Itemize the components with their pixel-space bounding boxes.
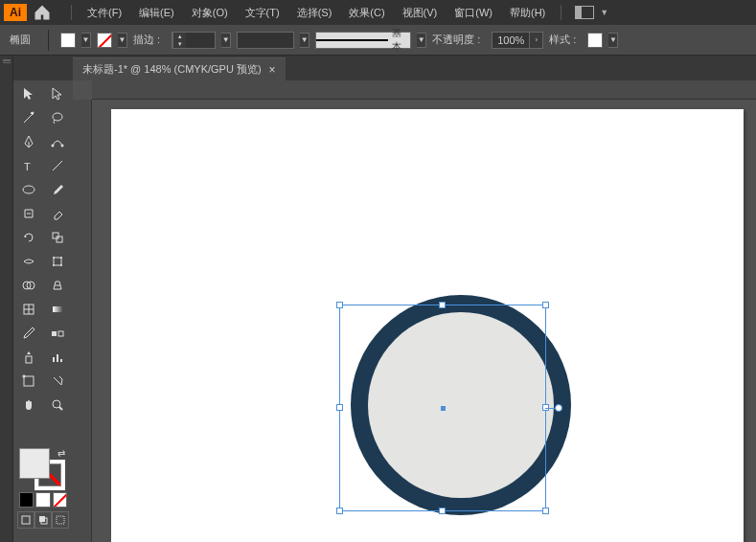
svg-text:T: T bbox=[24, 161, 31, 172]
handle-top-right[interactable] bbox=[542, 302, 549, 308]
selection-tool[interactable] bbox=[15, 82, 42, 105]
workspace-layout-icon[interactable] bbox=[575, 6, 594, 19]
graphic-style-dropdown[interactable]: ▼ bbox=[608, 33, 618, 48]
svg-point-1 bbox=[51, 145, 54, 147]
menu-text[interactable]: 文字(T) bbox=[238, 2, 287, 24]
width-tool[interactable] bbox=[15, 250, 42, 273]
draw-normal-icon[interactable] bbox=[17, 511, 34, 529]
color-mode-row bbox=[15, 492, 71, 508]
menu-file[interactable]: 文件(F) bbox=[80, 2, 129, 24]
home-icon[interactable] bbox=[33, 3, 52, 22]
ruler-horizontal[interactable] bbox=[92, 80, 756, 100]
brush-preview[interactable]: 基本 bbox=[315, 32, 411, 49]
brush-name: 基本 bbox=[392, 27, 410, 54]
magic-wand-tool[interactable] bbox=[15, 106, 42, 129]
svg-rect-23 bbox=[57, 354, 58, 362]
stroke-weight-dropdown[interactable]: ▼ bbox=[221, 33, 231, 48]
gradient-tool[interactable] bbox=[44, 298, 71, 321]
panel-gutter[interactable] bbox=[0, 56, 13, 542]
draw-behind-icon[interactable] bbox=[34, 511, 52, 529]
paintbrush-tool[interactable] bbox=[44, 178, 71, 201]
graphic-style-swatch[interactable] bbox=[587, 33, 603, 48]
blend-tool[interactable] bbox=[44, 322, 71, 345]
chevron-down-icon[interactable]: ▼ bbox=[600, 8, 608, 17]
stroke-weight-up[interactable]: ▲ bbox=[172, 33, 186, 40]
draw-inside-icon[interactable] bbox=[52, 511, 69, 529]
free-transform-tool[interactable] bbox=[44, 250, 71, 273]
curvature-tool[interactable] bbox=[44, 130, 71, 153]
svg-rect-21 bbox=[26, 356, 32, 363]
artboard-tool[interactable] bbox=[15, 370, 42, 393]
shape-builder-tool[interactable] bbox=[15, 274, 42, 297]
eyedropper-tool[interactable] bbox=[15, 322, 42, 345]
shaper-tool[interactable] bbox=[15, 202, 42, 225]
brush-dropdown[interactable]: ▼ bbox=[417, 33, 426, 48]
direct-selection-tool[interactable] bbox=[44, 82, 71, 105]
menu-effect[interactable]: 效果(C) bbox=[341, 2, 392, 24]
stroke-swatch[interactable] bbox=[97, 33, 112, 48]
svg-rect-8 bbox=[54, 258, 61, 265]
gradient-swatch[interactable] bbox=[35, 492, 50, 508]
document-tab[interactable]: 未标题-1* @ 148% (CMYK/GPU 预览) × bbox=[73, 57, 286, 80]
scale-tool[interactable] bbox=[44, 226, 71, 249]
mesh-tool[interactable] bbox=[15, 298, 42, 321]
fill-swatch[interactable] bbox=[60, 33, 76, 48]
opacity-dropdown[interactable]: › bbox=[530, 32, 543, 49]
svg-line-29 bbox=[59, 407, 62, 410]
color-swatch[interactable] bbox=[19, 492, 34, 508]
svg-rect-22 bbox=[53, 357, 55, 362]
document-tab-bar: 未标题-1* @ 148% (CMYK/GPU 预览) × bbox=[0, 56, 756, 80]
stroke-weight-down[interactable]: ▼ bbox=[172, 40, 186, 48]
menu-help[interactable]: 帮助(H) bbox=[502, 2, 553, 24]
swap-fill-stroke-icon[interactable]: ⇄ bbox=[57, 448, 65, 459]
opacity-input[interactable] bbox=[492, 32, 530, 49]
symbol-sprayer-tool[interactable] bbox=[15, 346, 42, 369]
svg-point-2 bbox=[60, 145, 63, 147]
menu-window[interactable]: 窗口(W) bbox=[447, 2, 500, 24]
svg-rect-6 bbox=[53, 233, 58, 238]
fill-color-swatch[interactable] bbox=[19, 448, 50, 479]
perspective-tool[interactable] bbox=[44, 274, 71, 297]
ellipse-inner-shape[interactable] bbox=[368, 312, 554, 498]
fill-stroke-control[interactable]: ⇄ bbox=[15, 446, 71, 490]
stroke-weight-input[interactable] bbox=[186, 33, 215, 48]
menu-select[interactable]: 选择(S) bbox=[289, 2, 340, 24]
stroke-weight-field[interactable]: ▲▼ bbox=[172, 32, 216, 49]
svg-point-9 bbox=[53, 257, 55, 259]
grip-icon bbox=[3, 59, 11, 62]
line-tool[interactable] bbox=[44, 154, 71, 177]
rotate-tool[interactable] bbox=[15, 226, 42, 249]
eraser-tool[interactable] bbox=[44, 202, 71, 225]
column-graph-tool[interactable] bbox=[44, 346, 71, 369]
app-logo: Ai bbox=[4, 4, 27, 21]
menu-object[interactable]: 对象(O) bbox=[184, 2, 236, 24]
pen-tool[interactable] bbox=[15, 130, 42, 153]
handle-bottom-left[interactable] bbox=[336, 508, 343, 514]
svg-rect-19 bbox=[52, 331, 57, 336]
handle-left[interactable] bbox=[336, 404, 343, 411]
ellipse-tool[interactable] bbox=[15, 178, 42, 201]
svg-rect-20 bbox=[58, 331, 63, 336]
type-tool[interactable]: T bbox=[15, 154, 42, 177]
none-swatch[interactable] bbox=[53, 492, 67, 508]
canvas-area[interactable] bbox=[73, 80, 756, 542]
fill-dropdown[interactable]: ▼ bbox=[81, 33, 91, 48]
slice-tool[interactable] bbox=[44, 370, 71, 393]
stroke-profile-dropdown[interactable] bbox=[237, 32, 294, 49]
ruler-vertical[interactable] bbox=[73, 100, 92, 542]
stroke-dropdown[interactable]: ▼ bbox=[118, 33, 127, 48]
hand-tool[interactable] bbox=[15, 394, 42, 417]
svg-point-12 bbox=[60, 264, 62, 266]
handle-bottom-right[interactable] bbox=[542, 508, 549, 514]
tool-panel: T ⇄ bbox=[13, 80, 73, 531]
artboard[interactable] bbox=[111, 109, 744, 542]
close-tab-icon[interactable]: × bbox=[269, 63, 276, 77]
svg-point-11 bbox=[53, 264, 55, 266]
zoom-tool[interactable] bbox=[44, 394, 71, 417]
handle-top-left[interactable] bbox=[336, 302, 343, 308]
menu-view[interactable]: 视图(V) bbox=[395, 2, 446, 24]
menu-edit[interactable]: 编辑(E) bbox=[131, 2, 182, 24]
svg-rect-18 bbox=[53, 306, 62, 312]
stroke-profile-caret[interactable]: ▼ bbox=[300, 33, 309, 48]
lasso-tool[interactable] bbox=[44, 106, 71, 129]
